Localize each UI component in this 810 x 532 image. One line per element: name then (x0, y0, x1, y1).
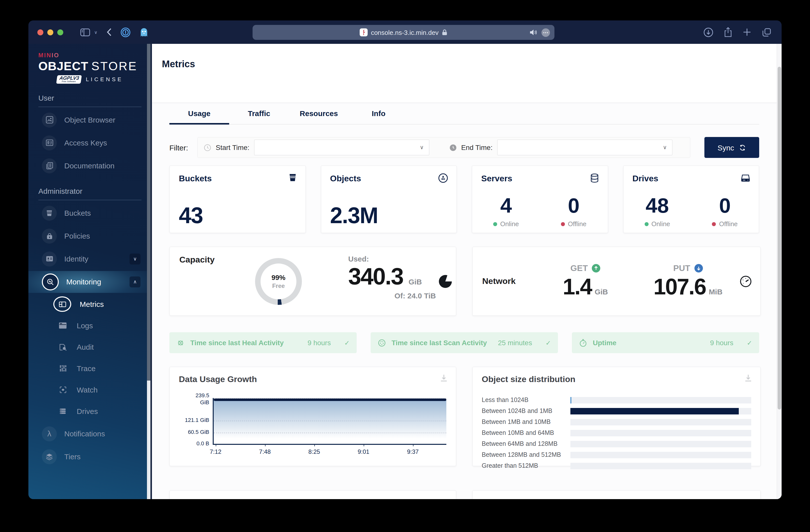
sidebar-item-buckets[interactable]: Buckets (38, 202, 142, 224)
object-size-distribution-title: Object size distribution (482, 375, 751, 385)
sidebar-item-tiers[interactable]: Tiers (38, 446, 142, 467)
objects-card: Objects 2.3M (321, 165, 457, 233)
put-value: 107.6 (653, 274, 706, 299)
sidebar-item-access-keys[interactable]: Access Keys (38, 132, 142, 154)
back-icon[interactable] (107, 28, 111, 36)
pie-chart-icon (439, 275, 452, 288)
uptime-stopwatch-icon (579, 338, 587, 347)
x-tick-4: 9:37 (407, 448, 419, 455)
tab-info[interactable]: Info (349, 109, 408, 124)
uptime-label: Uptime (593, 339, 616, 347)
sidebar-subitem-logs[interactable]: Logs (38, 316, 142, 336)
sidebar-subitem-audit[interactable]: Audit (38, 337, 142, 357)
scan-activity-bar: Time since last Scan Activity 25 minutes… (371, 332, 558, 353)
sidebar-subitem-watch[interactable]: Watch (38, 380, 142, 400)
sidebar-item-monitoring[interactable]: Monitoring ∧ (28, 271, 150, 293)
sidebar-item-identity[interactable]: Identity ∨ (38, 248, 142, 270)
capacity-free-percent: 99% (272, 273, 286, 281)
page-scrollbar[interactable] (777, 44, 782, 499)
put-unit: MiB (709, 287, 723, 296)
y-tick-3: 0.0 B (196, 440, 209, 447)
sidebar-item-documentation[interactable]: Documentation (38, 155, 142, 177)
y-tick-2: 60.5 GiB (188, 429, 209, 436)
sidebar-scrollbar-thumb[interactable] (147, 44, 150, 381)
charts-row: Data Usage Growth (169, 367, 759, 466)
monitoring-icon (42, 273, 59, 290)
dist-row-1mb-10mb: Between 1MB and 10MB (482, 418, 751, 425)
address-bar-more-icon[interactable]: ⋯ (541, 28, 550, 37)
notifications-lambda-icon: λ (42, 426, 57, 441)
download-chart-icon[interactable] (744, 374, 753, 383)
ghostery-extension-icon[interactable] (139, 27, 148, 37)
sidebar-item-notifications[interactable]: λ Notifications (38, 423, 142, 445)
tab-traffic[interactable]: Traffic (229, 109, 289, 124)
sidebar-chevron-down-icon[interactable]: ∨ (94, 30, 97, 35)
audit-icon (57, 341, 68, 352)
y-tick-1: 121.1 GiB (185, 417, 209, 424)
summary-cards-row: Buckets 43 Objects (169, 165, 759, 233)
end-time-select[interactable]: ∨ (497, 140, 672, 156)
sidebar-scrollbar[interactable] (147, 44, 150, 499)
object-browser-icon (42, 112, 57, 127)
status-bars-row: Time since last Heal Activity 9 hours ✓ … (169, 332, 759, 353)
lock-icon (442, 29, 448, 36)
objects-card-title: Objects (330, 174, 447, 184)
tiers-layers-icon (42, 449, 57, 464)
address-bar[interactable]: console.ns-3.ic.min.dev ⋯ (253, 25, 554, 40)
onepassword-extension-icon[interactable] (120, 27, 130, 37)
sync-button[interactable]: Sync (704, 137, 759, 158)
desktop: ∨ console.ns-3.ic.min.dev (0, 0, 810, 532)
page-scrollbar-thumb[interactable] (778, 67, 781, 409)
sidebar-subitem-metrics[interactable]: Metrics (38, 294, 142, 314)
close-window-button[interactable] (37, 29, 43, 35)
site-favicon (359, 28, 367, 36)
buckets-card: Buckets 43 (169, 165, 306, 233)
capacity-free-label: Free (272, 282, 285, 289)
identity-expand-chevron-down-icon[interactable]: ∨ (130, 253, 141, 264)
sidebar-subitem-drives[interactable]: Drives (38, 401, 142, 421)
monitoring-collapse-chevron-up-icon[interactable]: ∧ (130, 276, 141, 287)
capacity-total: Of: 24.0 TiB (348, 291, 436, 300)
get-up-arrow-icon (592, 264, 600, 273)
dist-row-1024b-1mb: Between 1024B and 1MB (482, 407, 751, 415)
sidebar-item-object-browser[interactable]: Object Browser (38, 109, 142, 131)
download-chart-icon[interactable] (439, 374, 448, 383)
heal-value: 9 hours (308, 339, 331, 347)
sidebar-subitem-trace[interactable]: Trace (38, 358, 142, 378)
online-dot (644, 222, 648, 226)
partial-cards-row (169, 490, 759, 499)
identity-icon (42, 251, 57, 266)
object-size-distribution-card: Object size distribution Less than 1024B (472, 367, 761, 466)
objects-count: 2.3M (330, 204, 378, 227)
drives-online-label: Online (651, 220, 670, 228)
downloads-icon[interactable] (703, 27, 713, 37)
chevron-down-icon: ∨ (663, 144, 667, 151)
start-time-select[interactable]: ∨ (254, 140, 429, 156)
usage-panel: Usage Traffic Resources Info Filter: (152, 103, 782, 499)
license-row: AGPLV3 Free Software LICENSE (38, 75, 142, 83)
audio-muted-icon[interactable] (530, 29, 537, 36)
main-content: Metrics Usage Traffic Resources Info Fil… (152, 44, 782, 499)
drives-icon (57, 406, 68, 417)
sidebar-toggle-icon[interactable] (80, 28, 90, 36)
share-icon[interactable] (724, 27, 732, 37)
distribution-rows: Less than 1024B Between 1024B and 1MB Be… (482, 397, 751, 469)
logs-icon (57, 320, 68, 331)
put-label: PUT (673, 263, 690, 273)
sidebar-item-policies[interactable]: Policies (38, 225, 142, 247)
tab-usage[interactable]: Usage (169, 109, 229, 124)
partial-card-left (169, 490, 456, 499)
chevron-down-icon: ∨ (420, 144, 424, 151)
fullscreen-window-button[interactable] (57, 29, 63, 35)
x-tick-1: 7:48 (259, 448, 271, 455)
uptime-value: 9 hours (710, 339, 733, 347)
new-tab-icon[interactable] (743, 28, 751, 36)
tab-resources[interactable]: Resources (289, 109, 349, 124)
check-icon: ✓ (546, 339, 551, 346)
dist-row-gt-512mb: Greater than 512MB (482, 462, 751, 469)
tab-overview-icon[interactable] (762, 27, 772, 37)
objects-icon (438, 173, 448, 183)
minimize-window-button[interactable] (47, 29, 53, 35)
metrics-icon (53, 296, 71, 312)
usage-line (214, 398, 446, 401)
